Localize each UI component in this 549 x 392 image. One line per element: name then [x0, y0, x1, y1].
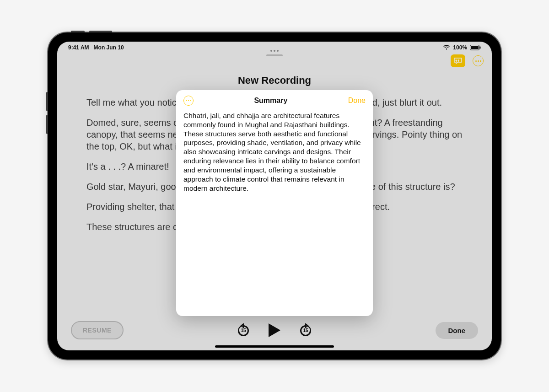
modal-done-button[interactable]: Done: [348, 97, 366, 105]
volume-down-button: [46, 115, 48, 134]
summary-text: Chhatri, jali, and chhajja are architect…: [176, 109, 373, 200]
volume-up-button: [46, 92, 48, 111]
modal-more-button[interactable]: [183, 96, 194, 106]
screen: 9:41 AM Mon Jun 10 100%: [57, 42, 492, 350]
power-button: [71, 31, 85, 32]
ipad-frame: 9:41 AM Mon Jun 10 100%: [48, 32, 501, 360]
summary-modal: Summary Done Chhatri, jali, and chhajja …: [176, 90, 373, 316]
modal-title: Summary: [254, 97, 287, 105]
top-button: [89, 31, 112, 32]
